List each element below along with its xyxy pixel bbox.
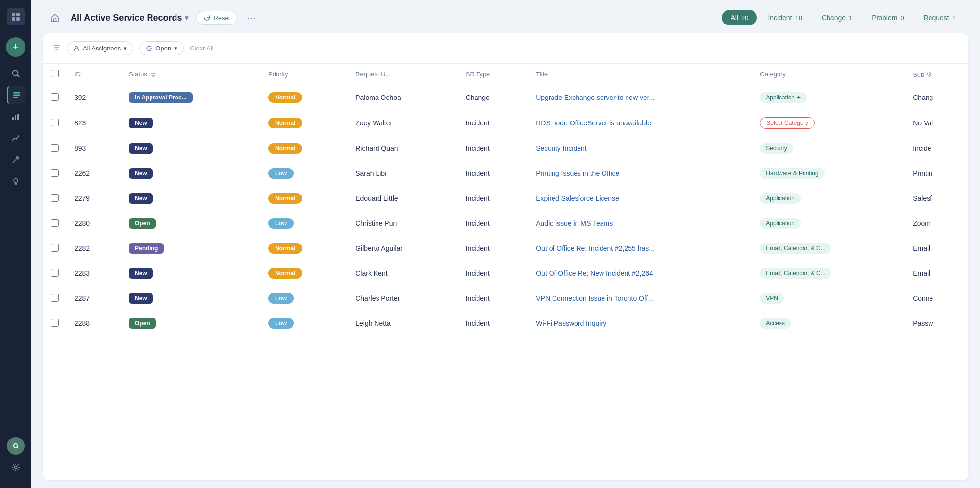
status-badge: Pending: [129, 243, 164, 254]
row-checkbox[interactable]: [51, 244, 59, 252]
col-sr-type: SR Type: [458, 64, 528, 85]
more-options-icon[interactable]: ⋯: [245, 10, 258, 25]
select-category-badge[interactable]: Select Category: [760, 117, 814, 129]
table-row[interactable]: 2283NewNormalClark KentIncidentOut Of Of…: [43, 261, 968, 286]
cell-category[interactable]: Access: [752, 311, 905, 336]
sidebar-item-ideas[interactable]: [7, 172, 25, 190]
sidebar-item-chart-bar[interactable]: [7, 108, 25, 125]
priority-badge: Normal: [268, 268, 302, 279]
svg-rect-9: [12, 117, 14, 120]
sidebar-item-tools[interactable]: [7, 151, 25, 169]
category-badge[interactable]: Email, Calendar, & C...: [760, 268, 831, 279]
category-badge[interactable]: VPN: [760, 293, 784, 304]
page-title[interactable]: All Active Service Records ▾: [71, 13, 188, 23]
record-type-tabs: All 20 Incident 18 Change 1 Problem 0 Re…: [722, 10, 964, 25]
cell-sub: Chang: [905, 85, 968, 110]
reset-button[interactable]: Reset: [196, 11, 237, 25]
cell-category[interactable]: Security: [752, 136, 905, 161]
table-row[interactable]: 392In Approval Proc...NormalPaloma Ochoa…: [43, 85, 968, 110]
row-checkbox[interactable]: [51, 294, 59, 302]
cell-id: 2282: [67, 236, 121, 261]
filter-icon[interactable]: [53, 44, 61, 53]
cell-title[interactable]: Upgrade Exchange server to new ver...: [528, 85, 752, 110]
category-badge[interactable]: Application: [760, 193, 801, 204]
col-id: ID: [67, 64, 121, 85]
table-row[interactable]: 2280OpenLowChristine PunIncidentAudio is…: [43, 211, 968, 236]
avatar[interactable]: G: [7, 437, 25, 455]
add-button[interactable]: +: [6, 37, 25, 57]
cell-category[interactable]: Application ✦: [752, 85, 905, 110]
cell-title[interactable]: Wi-Fi Password Inquiry: [528, 311, 752, 336]
table-row[interactable]: 893NewNormalRichard QuanIncidentSecurity…: [43, 136, 968, 161]
cell-id: 2288: [67, 311, 121, 336]
tab-incident[interactable]: Incident 18: [759, 10, 811, 25]
row-checkbox[interactable]: [51, 144, 59, 152]
cell-category[interactable]: Application: [752, 186, 905, 211]
table-row[interactable]: 823NewNormalZoey WalterIncidentRDS node …: [43, 110, 968, 136]
cell-category[interactable]: Hardware & Printing: [752, 161, 905, 186]
category-badge[interactable]: Security: [760, 143, 793, 154]
tab-problem[interactable]: Problem 0: [863, 10, 912, 25]
col-settings-icon[interactable]: ⚙: [926, 71, 932, 78]
chevron-down-icon: ▾: [174, 45, 177, 52]
cell-category[interactable]: Application: [752, 211, 905, 236]
row-checkbox[interactable]: [51, 269, 59, 277]
cell-category[interactable]: Select Category: [752, 110, 905, 136]
priority-badge: Low: [268, 318, 294, 329]
cell-priority: Low: [260, 311, 348, 336]
tab-request[interactable]: Request 1: [915, 10, 964, 25]
row-checkbox[interactable]: [51, 169, 59, 177]
status-badge: New: [129, 268, 153, 279]
category-badge[interactable]: Hardware & Printing: [760, 168, 824, 179]
cell-title[interactable]: Printing Issues in the Office: [528, 161, 752, 186]
cell-title[interactable]: Out Of Office Re: New Incident #2,264: [528, 261, 752, 286]
row-checkbox[interactable]: [51, 119, 59, 126]
category-badge[interactable]: Application: [760, 218, 801, 229]
cell-status: New: [121, 186, 260, 211]
select-all-header[interactable]: [43, 64, 67, 85]
table-row[interactable]: 2288OpenLowLeigh NettaIncidentWi-Fi Pass…: [43, 311, 968, 336]
svg-point-4: [13, 71, 18, 76]
table-row[interactable]: 2282PendingNormalGilberto AguilarInciden…: [43, 236, 968, 261]
tab-all[interactable]: All 20: [722, 10, 757, 25]
cell-category[interactable]: Email, Calendar, & C...: [752, 236, 905, 261]
cell-title[interactable]: RDS node OfficeServer is unavailable: [528, 110, 752, 136]
cell-requester: Clark Kent: [348, 261, 458, 286]
row-checkbox[interactable]: [51, 194, 59, 202]
cell-sr-type: Incident: [458, 110, 528, 136]
cell-title[interactable]: Expired Salesforce License: [528, 186, 752, 211]
row-checkbox[interactable]: [51, 219, 59, 227]
sidebar-item-analytics[interactable]: [7, 129, 25, 147]
cell-category[interactable]: VPN: [752, 286, 905, 311]
cell-priority: Normal: [260, 261, 348, 286]
select-all-checkbox[interactable]: [51, 70, 59, 77]
cell-title[interactable]: Out of Office Re: Incident #2,255 has...: [528, 236, 752, 261]
cell-title[interactable]: VPN Connection Issue in Toronto Off...: [528, 286, 752, 311]
status-filter[interactable]: Open ▾: [139, 41, 184, 55]
priority-badge: Low: [268, 168, 294, 179]
cell-title[interactable]: Security Incident: [528, 136, 752, 161]
table-row[interactable]: 2262NewLowSarah LibiIncidentPrinting Iss…: [43, 161, 968, 186]
category-badge[interactable]: Access: [760, 318, 791, 329]
table-row[interactable]: 2287NewLowCharles PorterIncidentVPN Conn…: [43, 286, 968, 311]
row-checkbox[interactable]: [51, 319, 59, 327]
row-checkbox[interactable]: [51, 93, 59, 101]
settings-icon[interactable]: [7, 459, 25, 476]
priority-badge: Normal: [268, 92, 302, 103]
cell-sr-type: Incident: [458, 161, 528, 186]
svg-rect-7: [13, 95, 20, 96]
priority-badge: Normal: [268, 143, 302, 154]
category-badge[interactable]: Application ✦: [760, 92, 807, 103]
sidebar-item-records[interactable]: [7, 86, 25, 104]
cell-title[interactable]: Audio issue in MS Teams: [528, 211, 752, 236]
home-icon[interactable]: [47, 10, 63, 25]
clear-all-button[interactable]: Clear All: [190, 45, 213, 52]
tab-change[interactable]: Change 1: [813, 10, 861, 25]
assignee-filter[interactable]: All Assignees ▾: [67, 41, 133, 55]
sidebar-item-search[interactable]: [7, 65, 25, 82]
svg-point-15: [75, 46, 78, 49]
table-row[interactable]: 2279NewNormalEdouard LittleIncidentExpir…: [43, 186, 968, 211]
category-badge[interactable]: Email, Calendar, & C...: [760, 243, 831, 254]
cell-sub: Email: [905, 236, 968, 261]
cell-category[interactable]: Email, Calendar, & C...: [752, 261, 905, 286]
